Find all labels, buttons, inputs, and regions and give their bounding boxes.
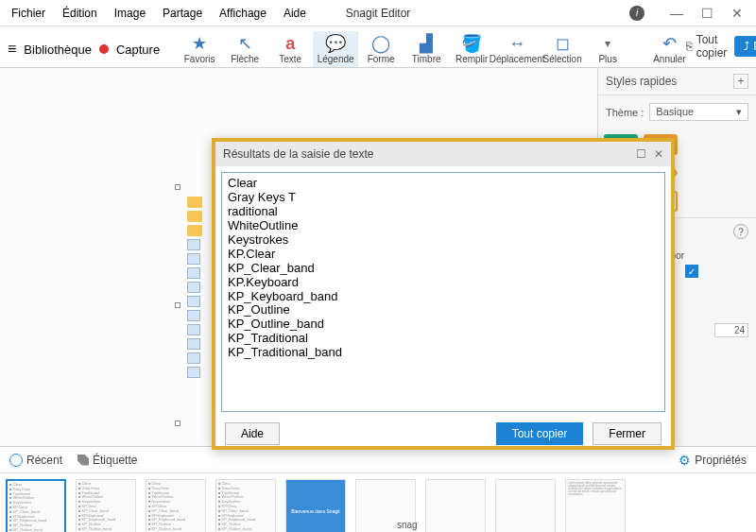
- dialog-close-text-button[interactable]: Fermer: [593, 422, 662, 445]
- file-icon: [187, 267, 200, 279]
- copy-all-button[interactable]: ⎘ Tout copier: [686, 33, 728, 60]
- text-grab-dialog: Résultats de la saisie de texte ☐ ✕ Clea…: [212, 138, 675, 450]
- folder-icon: [187, 197, 202, 208]
- library-button[interactable]: Bibliothèque: [24, 43, 92, 57]
- file-list-preview: [187, 197, 202, 378]
- chevron-down-icon: ▾: [605, 33, 610, 54]
- dialog-maximize-button[interactable]: ☐: [636, 147, 646, 161]
- tool-arrow[interactable]: ↖Flèche: [222, 31, 267, 67]
- file-icon: [187, 338, 200, 350]
- file-icon: [187, 310, 200, 321]
- close-button[interactable]: ✕: [724, 4, 750, 23]
- dialog-copy-all-button[interactable]: Tout copier: [496, 422, 584, 445]
- arrow-icon: ↖: [238, 33, 252, 54]
- copy-icon: ⎘: [686, 40, 693, 53]
- thumbnail[interactable]: ■ Clear ■ Gray Keys ■ Traditional ■ Whit…: [6, 479, 66, 532]
- menu-share[interactable]: Partage: [155, 3, 210, 24]
- file-icon: [187, 282, 200, 293]
- thumbnail[interactable]: ■ Clear ■ Gray Keys ■ Traditional ■ Whit…: [146, 479, 206, 532]
- tool-label: Flèche: [231, 54, 259, 64]
- star-icon: ★: [192, 33, 207, 54]
- minimize-button[interactable]: —: [663, 4, 690, 23]
- add-style-button[interactable]: +: [733, 74, 748, 89]
- bottom-bar: Récent Étiquette ⚙Propriétés: [0, 446, 756, 472]
- theme-select[interactable]: Basique ▾: [649, 103, 748, 121]
- dialog-text-output[interactable]: ClearGray Keys TraditionalWhiteOutlineKe…: [221, 172, 665, 412]
- dialog-titlebar[interactable]: Résultats de la saisie de texte ☐ ✕: [215, 142, 671, 166]
- app-title: Snagit Editor: [346, 7, 411, 20]
- menu-image[interactable]: Image: [107, 3, 153, 24]
- capture-button[interactable]: Capture: [116, 43, 160, 57]
- record-icon: [99, 44, 109, 54]
- theme-label: Thème :: [606, 107, 644, 118]
- menu-view[interactable]: Affichage: [212, 3, 274, 24]
- tool-shape[interactable]: ◯Forme: [358, 31, 404, 67]
- share-button[interactable]: ⤴ Partage: [734, 36, 756, 57]
- thumbnail[interactable]: [425, 479, 486, 532]
- folder-icon: [187, 211, 202, 222]
- tool-callout[interactable]: 💬Légende: [313, 31, 358, 67]
- menu-edit[interactable]: Édition: [55, 3, 105, 24]
- maximize-button[interactable]: ☐: [694, 4, 720, 23]
- properties-label: Propriétés: [695, 454, 747, 467]
- recent-label: Récent: [26, 454, 62, 467]
- tool-label: Texte: [279, 54, 301, 64]
- dialog-title: Résultats de la saisie de texte: [223, 147, 373, 161]
- tool-stamp[interactable]: ▟Timbre: [404, 31, 449, 67]
- file-icon: [187, 324, 200, 335]
- thumbnail-caption: Bienvenue dans Snagit: [291, 508, 339, 514]
- file-icon: [187, 296, 200, 307]
- main-toolbar: ≡ Bibliothèque Capture ★Favoris ↖Flèche …: [0, 26, 756, 68]
- move-icon: ↔: [508, 33, 525, 54]
- info-icon[interactable]: i: [629, 6, 644, 21]
- menu-bar: Fichier Édition Image Partage Affichage …: [0, 3, 318, 24]
- menu-file[interactable]: Fichier: [4, 3, 53, 24]
- thumbnail[interactable]: [495, 479, 556, 532]
- tool-label: Plus: [598, 54, 616, 64]
- tool-label: Forme: [368, 54, 395, 64]
- tool-label: Déplacement: [490, 54, 545, 64]
- tag-icon: [77, 455, 89, 466]
- tool-text[interactable]: aTexte: [267, 31, 313, 67]
- gear-icon: ⚙: [679, 453, 691, 468]
- tool-label: Légende: [318, 54, 354, 64]
- thumbnail[interactable]: Lorem ipsum dolor sit amet consectetur a…: [565, 479, 626, 532]
- tool-select[interactable]: ◻Sélection: [540, 31, 585, 67]
- help-icon[interactable]: ?: [733, 224, 748, 239]
- tag-tab[interactable]: Étiquette: [77, 454, 137, 467]
- file-icon: [187, 367, 200, 378]
- tool-label: Favoris: [184, 54, 215, 64]
- menu-icon[interactable]: ≡: [8, 41, 16, 58]
- file-icon: [187, 352, 200, 364]
- thumbnail[interactable]: Bienvenue dans Snagit: [285, 479, 346, 532]
- thumbnail[interactable]: ■ Clear ■ Gray Keys ■ Traditional ■ Whit…: [76, 479, 136, 532]
- tool-label: Sélection: [543, 54, 582, 64]
- shadow-checkbox[interactable]: ✓: [685, 265, 698, 278]
- size-input[interactable]: 24: [714, 323, 748, 337]
- tool-favorites[interactable]: ★Favoris: [177, 31, 222, 67]
- shape-icon: ◯: [371, 33, 390, 54]
- callout-icon: 💬: [325, 33, 346, 54]
- menu-help[interactable]: Aide: [276, 3, 314, 24]
- dialog-help-button[interactable]: Aide: [225, 422, 280, 445]
- tool-more[interactable]: ▾Plus: [585, 31, 630, 67]
- file-icon: [187, 253, 200, 265]
- title-bar: Fichier Édition Image Partage Affichage …: [0, 0, 756, 26]
- tool-fill[interactable]: 🪣Remplir: [449, 31, 494, 67]
- properties-button[interactable]: ⚙Propriétés: [679, 453, 747, 468]
- select-icon: ◻: [556, 33, 570, 54]
- thumbnail-tray: ■ Clear ■ Gray Keys ■ Traditional ■ Whit…: [0, 472, 756, 532]
- thumbnail-filename: snag: [397, 520, 418, 530]
- tool-strip: ★Favoris ↖Flèche aTexte 💬Légende ◯Forme …: [177, 31, 630, 67]
- tool-move[interactable]: ↔Déplacement: [494, 31, 540, 67]
- quick-styles-header: Styles rapides +: [598, 68, 756, 95]
- clock-icon: [9, 454, 23, 467]
- undo-button[interactable]: ↶ Annuler: [653, 33, 685, 67]
- recent-tab[interactable]: Récent: [9, 454, 62, 467]
- upload-icon: ⤴: [744, 40, 749, 53]
- undo-icon: ↶: [662, 33, 677, 54]
- dialog-close-button[interactable]: ✕: [654, 147, 663, 161]
- chevron-down-icon: ▾: [736, 106, 742, 118]
- tool-label: Timbre: [412, 54, 441, 64]
- thumbnail[interactable]: ■ Clear ■ Gray Keys ■ Traditional ■ Whit…: [215, 479, 276, 532]
